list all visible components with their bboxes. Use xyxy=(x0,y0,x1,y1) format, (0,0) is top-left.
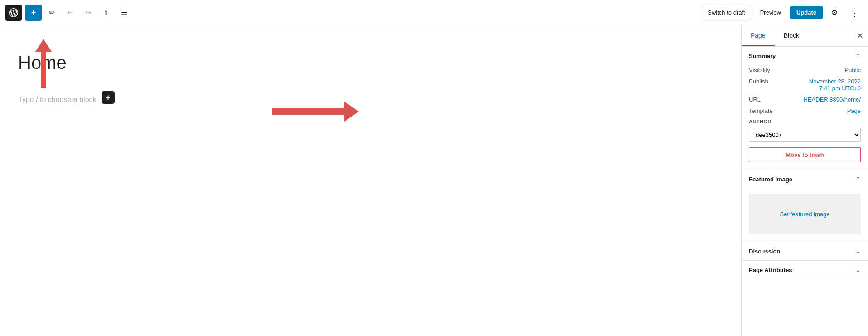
summary-chevron-icon: ⌃ xyxy=(855,52,861,59)
featured-image-section: Featured image ⌃ Set featured image xyxy=(742,170,868,242)
discussion-title: Discussion xyxy=(749,248,780,255)
arrow-right-head xyxy=(344,102,359,122)
list-view-button[interactable]: ☰ xyxy=(116,5,132,21)
tab-block[interactable]: Block xyxy=(775,25,808,46)
undo-button[interactable]: ↩ xyxy=(62,5,78,21)
discussion-section-header[interactable]: Discussion ⌄ xyxy=(742,242,868,260)
page-title[interactable]: Home xyxy=(18,53,723,73)
url-value[interactable]: HEADER:8890/home/ xyxy=(781,96,861,103)
update-button[interactable]: Update xyxy=(790,6,823,19)
tab-page[interactable]: Page xyxy=(742,25,775,46)
featured-image-chevron-icon: ⌃ xyxy=(855,175,861,183)
sidebar-close-button[interactable]: ✕ xyxy=(852,28,868,44)
featured-image-title: Featured image xyxy=(749,176,792,183)
visibility-value[interactable]: Public xyxy=(781,67,861,73)
url-label: URL xyxy=(749,96,781,103)
author-select[interactable]: dee35007 xyxy=(749,128,861,142)
featured-image-section-header[interactable]: Featured image ⌃ xyxy=(742,170,868,188)
template-row: Template Page xyxy=(749,107,861,114)
publish-label: Publish xyxy=(749,78,781,85)
switch-to-draft-button[interactable]: Switch to draft xyxy=(702,6,751,19)
move-to-trash-button[interactable]: Move to trash xyxy=(749,147,861,162)
page-attributes-section-header[interactable]: Page Attributes ⌄ xyxy=(742,261,868,279)
discussion-section: Discussion ⌄ xyxy=(742,242,868,261)
wp-logo[interactable] xyxy=(5,5,22,21)
publish-row: Publish November 28, 2022 7:41 pm UTC+0 xyxy=(749,78,861,92)
arrow-up-annotation xyxy=(35,39,52,88)
page-attributes-section: Page Attributes ⌄ xyxy=(742,261,868,279)
more-options-button[interactable]: ⋮ xyxy=(846,5,863,21)
toolbar-left: + ✏ ↩ ↪ ℹ ☰ xyxy=(5,5,132,21)
edit-button[interactable]: ✏ xyxy=(43,5,60,21)
author-label: AUTHOR xyxy=(749,119,861,124)
featured-image-section-content: Set featured image xyxy=(742,188,868,242)
visibility-row: Visibility Public xyxy=(749,67,861,73)
inline-add-block-button[interactable]: + xyxy=(102,91,115,104)
page-attributes-chevron-icon: ⌄ xyxy=(855,266,861,273)
set-featured-image-button[interactable]: Set featured image xyxy=(749,194,861,234)
add-block-button[interactable]: + xyxy=(25,5,42,21)
summary-title: Summary xyxy=(749,53,776,59)
block-row: Type / to choose a block + xyxy=(18,91,723,104)
sidebar: Page Block ✕ Summary ⌃ Visibility Public… xyxy=(741,25,868,336)
settings-button[interactable]: ⚙ xyxy=(826,5,843,21)
toolbar: + ✏ ↩ ↪ ℹ ☰ Switch to draft Preview Upda… xyxy=(0,0,868,25)
summary-section-content: Visibility Public Publish November 28, 2… xyxy=(742,65,868,170)
template-label: Template xyxy=(749,107,781,114)
publish-value[interactable]: November 28, 2022 7:41 pm UTC+0 xyxy=(781,78,861,92)
redo-button[interactable]: ↪ xyxy=(80,5,96,21)
page-attributes-title: Page Attributes xyxy=(749,267,792,273)
block-placeholder[interactable]: Type / to choose a block xyxy=(18,96,96,104)
url-row: URL HEADER:8890/home/ xyxy=(749,96,861,103)
toolbar-right: Switch to draft Preview Update ⚙ ⋮ xyxy=(702,5,863,21)
main-layout: Home Type / to choose a block + Page Blo… xyxy=(0,25,868,336)
summary-section-header[interactable]: Summary ⌃ xyxy=(742,47,868,65)
sidebar-tabs: Page Block ✕ xyxy=(742,25,868,47)
info-button[interactable]: ℹ xyxy=(98,5,114,21)
template-value[interactable]: Page xyxy=(781,107,861,114)
arrow-right-annotation xyxy=(272,102,359,122)
author-section: AUTHOR dee35007 xyxy=(749,119,861,142)
visibility-label: Visibility xyxy=(749,67,781,73)
discussion-chevron-icon: ⌄ xyxy=(855,248,861,255)
arrow-up-head xyxy=(35,39,52,52)
arrow-up-shaft xyxy=(41,52,46,88)
summary-section: Summary ⌃ Visibility Public Publish Nove… xyxy=(742,47,868,170)
editor-area: Home Type / to choose a block + xyxy=(0,25,741,336)
arrow-right-shaft xyxy=(272,108,344,115)
preview-button[interactable]: Preview xyxy=(755,6,786,19)
